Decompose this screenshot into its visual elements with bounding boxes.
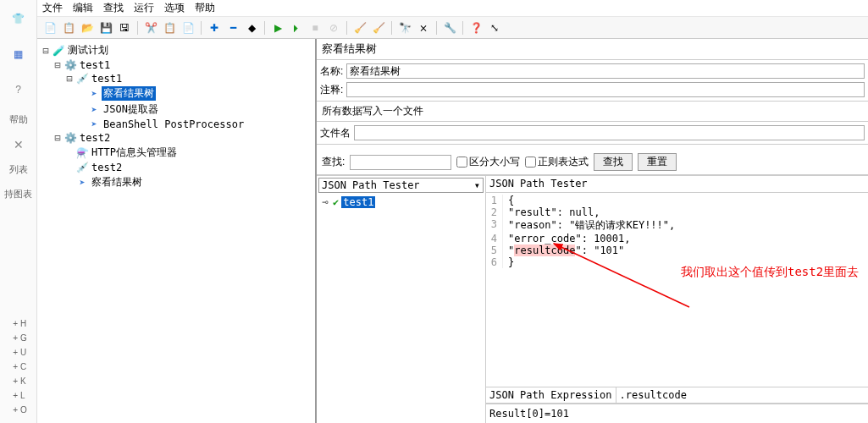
binoculars-icon: 🔭 [399,22,412,34]
toggle-icon: ◆ [248,22,256,34]
cut-icon: ✂️ [145,22,158,34]
details-panel: 察看结果树 名称: 注释: 所有数据写入一个文件 文件名 查找: 区分大小写 正… [317,39,868,423]
help-toolbar-icon: ❓ [470,22,483,34]
side-action-1[interactable]: 👕 [7,7,30,30]
tb-clear2[interactable]: 🧹 [371,20,386,36]
menu-edit[interactable]: 编辑 [73,1,93,15]
main-area: 文件 编辑 查找 运行 选项 帮助 📄 📋 📂 💾 🖫 ✂️ 📋 📄 ✚ ━ ◆… [37,0,868,423]
tb-functions[interactable]: 🔧 [442,20,457,36]
response-body[interactable]: 1{ 2 "result": null, 3 "reason": "错误的请求K… [486,193,868,387]
tb-copy[interactable]: 📋 [162,20,177,36]
tree-beanshell[interactable]: ➤BeanShell PostProcessor [76,118,312,131]
json-path-result: Result[0]=101 [486,404,868,423]
paste-icon: 📄 [182,22,195,34]
tree-toggle-icon[interactable]: ⊟ [53,132,63,144]
pipette-icon: 💉 [76,162,88,173]
gear-icon: ⚙️ [64,132,76,144]
pipette-icon: 💉 [76,73,88,85]
tree-test1-sampler[interactable]: ⊟💉test1 [64,72,312,85]
side-list-label: 列表 [9,163,28,176]
case-checkbox[interactable]: 区分大小写 [456,155,520,169]
menu-find[interactable]: 查找 [103,1,124,15]
tree-test1-controller[interactable]: ⊟⚙️test1 [53,58,312,72]
side-action-2[interactable]: ▦ [7,42,30,66]
menu-help[interactable]: 帮助 [195,1,215,15]
tb-help2[interactable]: ❓ [468,20,484,36]
tree-http-header[interactable]: ⚗️HTTP信息头管理器 [64,145,312,161]
panel-title: 察看结果树 [317,39,868,60]
collapse-icon: ⤡ [490,22,499,34]
regex-checkbox[interactable]: 正则表达式 [525,155,589,169]
json-path-value[interactable]: .resultcode [616,387,869,403]
find-button[interactable]: 查找 [594,153,633,171]
tree-view-results-2[interactable]: ➤察看结果树 [64,174,312,190]
copy-icon: 📋 [163,22,176,34]
side-help-label: 帮助 [9,113,28,126]
flask-icon: 🧪 [53,45,64,57]
test-plan-tree[interactable]: ⊟🧪测试计划 ⊟⚙️test1 ⊟💉test1 ➤察看结果树 ➤JSON提取器 … [37,39,317,423]
shirt-icon: 👕 [12,13,25,25]
tb-save[interactable]: 💾 [98,20,113,36]
side-close[interactable]: ✕ [14,138,24,151]
reset-button[interactable]: 重置 [638,153,677,171]
tb-clear1[interactable]: 🧹 [352,20,368,36]
tb-new[interactable]: 📄 [42,20,58,36]
filename-input[interactable] [354,125,865,140]
tb-run-nopause[interactable]: ⏵ [289,20,304,36]
renderer-dropdown[interactable]: JSON Path Tester▾ [318,178,484,193]
chevron-down-icon: ▾ [474,179,480,191]
shutdown-icon: ⊘ [329,22,338,34]
menu-run[interactable]: 运行 [134,1,154,15]
tree-json-extractor[interactable]: ➤JSON提取器 [76,102,312,118]
side-action-3[interactable]: ? [7,78,30,102]
file-group-title: 所有数据写入一个文件 [317,102,868,122]
json-path-label: JSON Path Expression [486,387,616,403]
save-icon: 💾 [100,22,113,34]
tb-open[interactable]: 📂 [80,20,95,36]
broom-icon: 🧹 [354,22,367,34]
tree-view-results[interactable]: ➤察看结果树 [76,85,312,102]
result-sample-tree[interactable]: ⊸✔test1 [317,195,485,210]
result-sample-item[interactable]: ⊸✔test1 [320,196,482,208]
templates-icon: 📋 [63,22,75,34]
name-input[interactable] [346,63,865,79]
tb-stop[interactable]: ■ [307,20,323,36]
tree-root[interactable]: ⊟🧪测试计划 [41,42,312,58]
tb-expand[interactable]: ✚ [207,20,222,36]
app-left-sidebar: 👕 ▦ ? 帮助 ✕ 列表 持图表 + H+ G+ U + C+ K+ L+ O [0,0,37,423]
menu-file[interactable]: 文件 [42,1,63,15]
json-path-expression-row: JSON Path Expression .resultcode [486,387,868,404]
tb-search[interactable]: 🔭 [397,20,412,36]
result-right-panel: JSON Path Tester 1{ 2 "result": null, 3 … [486,176,868,423]
tb-shutdown[interactable]: ⊘ [326,20,341,36]
tree-toggle-icon[interactable]: ⊟ [53,59,63,71]
tb-toggle[interactable]: ◆ [244,20,259,36]
tree-toggle-icon[interactable]: ⊟ [64,73,75,85]
shortcut-hints: + H+ G+ U + C+ K+ L+ O [9,319,26,423]
comment-label: 注释: [320,83,343,97]
tb-collapse-all[interactable]: ⤡ [487,20,502,36]
tree-toggle-icon[interactable]: ⊟ [41,45,51,57]
menu-options[interactable]: 选项 [164,1,185,15]
tb-templates[interactable]: 📋 [61,20,76,36]
tree-test2-sampler[interactable]: 💉test2 [64,161,312,174]
arrow-right-icon: ➤ [88,88,100,100]
stop-icon: ■ [312,22,318,34]
reset-search-icon: ⨯ [419,22,428,34]
tb-saveall[interactable]: 🖫 [117,20,132,36]
play-fast-icon: ⏵ [291,22,301,34]
file-icon: 📄 [44,22,57,34]
plus-icon: ✚ [210,22,218,34]
tb-reset-search[interactable]: ⨯ [416,20,431,36]
menu-bar: 文件 编辑 查找 运行 选项 帮助 [37,0,868,17]
tb-collapse[interactable]: ━ [225,20,240,36]
name-label: 名称: [320,64,343,79]
search-input[interactable] [350,155,451,170]
tree-test2-controller[interactable]: ⊟⚙️test2 [53,131,312,145]
tb-run[interactable]: ▶ [270,20,285,36]
comment-input[interactable] [346,82,865,97]
folder-icon: 📂 [81,22,94,34]
tb-paste[interactable]: 📄 [180,20,196,36]
save-all-icon: 🖫 [119,22,130,34]
tb-cut[interactable]: ✂️ [143,20,158,36]
